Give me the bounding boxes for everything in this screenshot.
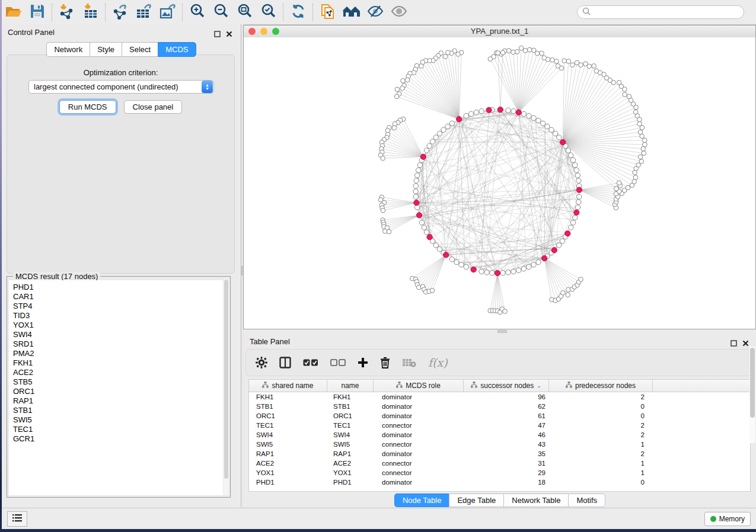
result-list-item[interactable]: SWI4 [13,330,223,339]
add-column-icon[interactable] [358,357,368,368]
result-list-item[interactable]: FKH1 [13,358,223,368]
column-header-shared-name[interactable]: shared name [249,380,327,392]
column-label: name [341,382,359,390]
table-scrollbar[interactable] [749,347,755,443]
tab-node-table[interactable]: Node Table [394,493,449,507]
task-history-button[interactable] [7,511,27,527]
close-panel-icon[interactable] [742,338,749,349]
memory-button[interactable]: Memory [704,512,751,526]
criterion-dropdown[interactable]: largest connected component (undirected)… [28,80,214,94]
tab-edge-table[interactable]: Edge Table [449,493,503,507]
table-cell: connector [374,460,464,467]
close-panel-icon[interactable] [226,29,232,40]
export-network-button[interactable] [109,2,132,23]
result-scrollbar[interactable] [224,279,229,495]
result-list-item[interactable]: YOX1 [13,321,223,330]
tab-select[interactable]: Select [122,42,158,57]
column-header-predecessor-nodes[interactable]: predecessor nodes [549,380,653,392]
mcds-result-list[interactable]: PHD1CAR1STP4TID3YOX1SWI4SRD1PMA2FKH1ACE2… [9,280,223,495]
tab-style[interactable]: Style [90,42,122,57]
table-cell: dominator [374,431,464,438]
tab-network[interactable]: Network [46,42,90,57]
column-header-name[interactable]: name [327,380,374,392]
run-mcds-button[interactable]: Run MCDS [59,100,116,114]
network-canvas[interactable] [244,37,755,329]
result-list-item[interactable]: STB1 [13,406,223,415]
search-input[interactable] [594,8,732,17]
open-button[interactable] [2,2,25,23]
import-network-button[interactable] [55,2,79,23]
result-list-item[interactable]: GCR1 [13,434,223,444]
hide-eye-button[interactable] [363,2,387,23]
result-list-item[interactable]: PHD1 [13,283,223,292]
result-list-item[interactable]: PMA2 [13,349,223,358]
splitter-grip[interactable] [497,330,507,333]
table-row[interactable]: RAP1RAP1dominator352 [249,449,750,459]
shared-column-icon [396,382,403,390]
select-all-icon[interactable] [303,359,318,367]
sort-indicator-icon: ⌄ [537,383,541,389]
export-table-button[interactable] [132,2,156,23]
table-cell: ORC1 [249,412,327,419]
table-row[interactable]: SWI5SWI5connector431 [249,440,750,449]
neighbors-button[interactable] [340,2,363,23]
tab-network-table[interactable]: Network Table [503,493,568,507]
table-cell: 0 [549,403,653,410]
table-row[interactable]: TEC1TEC1connector472 [249,421,750,430]
result-list-item[interactable]: ORC1 [13,387,223,396]
result-list-item[interactable]: ACE2 [13,368,223,377]
close-panel-button[interactable]: Close panel [124,100,183,114]
table-row[interactable]: FKH1FKH1dominator962 [249,392,750,402]
result-list-item[interactable]: STP4 [13,302,223,311]
table-row[interactable]: SWI4SWI4dominator462 [249,430,750,440]
zoom-in-button[interactable] [186,2,209,23]
column-header-MCDS-role[interactable]: MCDS role [374,380,464,392]
unselect-all-icon[interactable] [330,359,346,367]
show-eye-button[interactable] [387,2,411,23]
network-title: YPA_prune.txt_1 [244,27,755,36]
float-panel-icon[interactable] [214,29,221,40]
table-row[interactable]: PHD1PHD1dominator180 [249,477,750,487]
app-window: Control Panel NetworkStyleSelectMCDS Opt… [2,0,756,528]
table-cell: connector [374,422,464,429]
result-list-item[interactable]: TEC1 [13,425,223,434]
mcds-result-group: MCDS result (17 nodes) PHD1CAR1STP4TID3Y… [7,276,231,498]
clone-network-button[interactable] [316,2,340,23]
table-cell: 2 [549,431,653,438]
table-cell: RAP1 [327,450,374,457]
table-cell: 2 [549,450,653,457]
table-cell: dominator [374,403,464,410]
table-row[interactable]: STB1STB1dominator620 [249,402,750,411]
float-panel-icon[interactable] [731,338,737,349]
zoom-out-button[interactable] [209,2,233,23]
table-row[interactable]: ACE2ACE2connector311 [249,459,750,468]
horizontal-splitter[interactable] [244,329,756,334]
result-list-item[interactable]: RAP1 [13,396,223,406]
result-list-item[interactable]: CAR1 [13,292,223,302]
columns-icon[interactable] [279,357,291,368]
table-cell: SWI5 [327,441,374,448]
search-box[interactable] [577,5,744,19]
gear-icon[interactable] [256,357,267,368]
export-image-button[interactable] [156,2,180,23]
tab-mcds[interactable]: MCDS [158,42,196,57]
tab-motifs[interactable]: Motifs [568,493,605,507]
refresh-button[interactable] [286,2,310,23]
table-row[interactable]: ORC1ORC1dominator610 [249,411,750,421]
result-list-item[interactable]: SRD1 [13,339,223,349]
delete-icon[interactable] [380,357,390,368]
network-titlebar[interactable]: YPA_prune.txt_1 [244,25,755,38]
table-cell: SWI5 [249,441,327,448]
save-button[interactable] [25,2,49,23]
import-table-button[interactable] [79,2,103,23]
result-list-item[interactable]: STB5 [13,377,223,387]
column-header-successor-nodes[interactable]: successor nodes⌄ [464,380,549,392]
result-list-item[interactable]: TID3 [13,311,223,321]
export-image-icon [159,3,177,22]
table-row[interactable]: YOX1YOX1connector291 [249,468,750,477]
result-list-item[interactable]: SWI5 [13,415,223,425]
zoom-fit-button[interactable] [233,2,257,23]
table-cell: dominator [374,479,464,486]
zoom-selected-button[interactable] [257,2,280,23]
table-cell: FKH1 [327,393,374,400]
